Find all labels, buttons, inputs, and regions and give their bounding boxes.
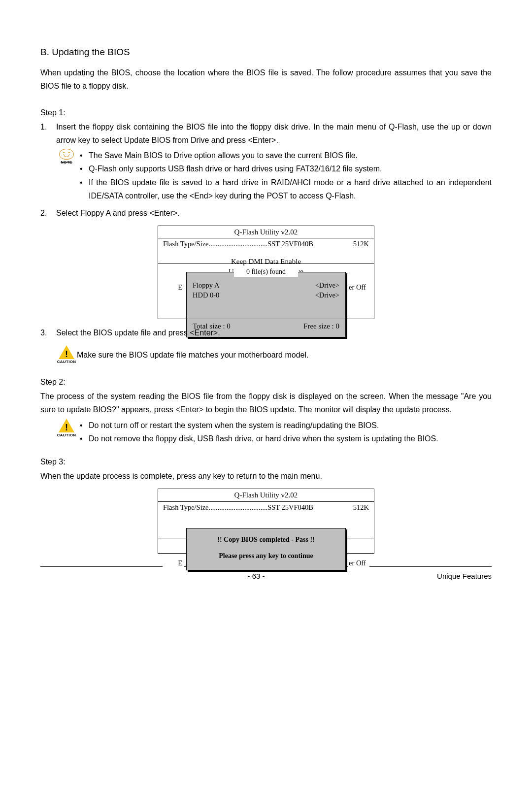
note-bullet: Q-Flash only supports USB flash drive or… bbox=[80, 162, 492, 175]
msg-line-2: Please press any key to continue bbox=[187, 552, 345, 561]
flash-type-label: Flash Type/Size.........................… bbox=[163, 503, 313, 513]
flash-size: 512K bbox=[353, 239, 369, 249]
list-number: 2. bbox=[40, 206, 47, 220]
list-number: 1. bbox=[40, 120, 47, 133]
flash-type-label: Flash Type/Size.........................… bbox=[163, 239, 313, 249]
behind-text-right: er Off bbox=[348, 559, 369, 568]
drive-row: Floppy A <Drive> bbox=[193, 281, 339, 291]
caution-bullet-list: Do not turn off or restart the system wh… bbox=[77, 419, 492, 445]
note-label: NOTE bbox=[56, 161, 77, 165]
text: and press <Enter>. bbox=[209, 136, 278, 144]
caution-bullet: Do not turn off or restart the system wh… bbox=[80, 419, 492, 432]
step3-label: Step 3: bbox=[40, 455, 492, 468]
step2-paragraph: The process of the system reading the BI… bbox=[40, 390, 492, 416]
footer-section: Unique Features bbox=[413, 570, 492, 583]
message-popup: !! Copy BIOS completed - Pass !! Please … bbox=[186, 528, 346, 570]
note-bullet: The Save Main BIOS to Drive option allow… bbox=[80, 149, 492, 162]
page-number: - 63 - bbox=[100, 570, 413, 583]
qflash-title: Q-Flash Utility v2.02 bbox=[158, 489, 374, 501]
caution-block-2: ! CAUTION Do not turn off or restart the… bbox=[40, 419, 492, 445]
qflash-title: Q-Flash Utility v2.02 bbox=[158, 226, 374, 238]
behind-text-right: er Off bbox=[348, 283, 369, 293]
qflash-diagram-1: Q-Flash Utility v2.02 Flash Type/Size...… bbox=[158, 226, 374, 319]
popup-caption: 0 file(s) found bbox=[234, 267, 298, 277]
caution-bullet: Do not remove the floppy disk, USB flash… bbox=[80, 432, 492, 445]
step1-item2: 2. Select Floppy A and press <Enter>. bbox=[40, 206, 492, 220]
step1-label: Step 1: bbox=[40, 106, 492, 119]
behind-text-left: E bbox=[163, 559, 184, 568]
step3-paragraph: When the update process is complete, pre… bbox=[40, 469, 492, 483]
caution-block-1: ! CAUTION Make sure the BIOS update file… bbox=[56, 345, 492, 364]
step1-item3: 3. Select the BIOS update file and press… bbox=[40, 326, 492, 339]
qflash-diagram-2: Q-Flash Utility v2.02 Flash Type/Size...… bbox=[158, 489, 374, 554]
note-bullet: If the BIOS update file is saved to a ha… bbox=[80, 176, 492, 202]
caution-icon: ! CAUTION bbox=[56, 419, 77, 438]
note-block: NOTE The Save Main BIOS to Drive option … bbox=[40, 149, 492, 202]
drive-row: HDD 0-0 <Drive> bbox=[193, 291, 339, 300]
dmi-line: Keep DMI Data Enable bbox=[158, 257, 374, 266]
section-heading: B. Updating the BIOS bbox=[40, 44, 492, 60]
step2-label: Step 2: bbox=[40, 375, 492, 389]
list-number: 3. bbox=[40, 326, 47, 339]
note-bullet-list: The Save Main BIOS to Drive option allow… bbox=[77, 149, 492, 202]
behind-text-left: E bbox=[163, 283, 184, 293]
caution-text: Make sure the BIOS update file matches y… bbox=[77, 345, 308, 362]
note-icon: NOTE bbox=[56, 149, 77, 165]
msg-line-1: !! Copy BIOS completed - Pass !! bbox=[187, 535, 345, 545]
caution-icon: ! CAUTION bbox=[56, 345, 77, 364]
step1-item1: 1. Insert the floppy disk containing the… bbox=[40, 120, 492, 147]
flash-size: 512K bbox=[353, 503, 369, 513]
ui-term: Update BIOS from Drive bbox=[124, 136, 209, 144]
intro-paragraph: When updating the BIOS, choose the locat… bbox=[40, 66, 492, 93]
